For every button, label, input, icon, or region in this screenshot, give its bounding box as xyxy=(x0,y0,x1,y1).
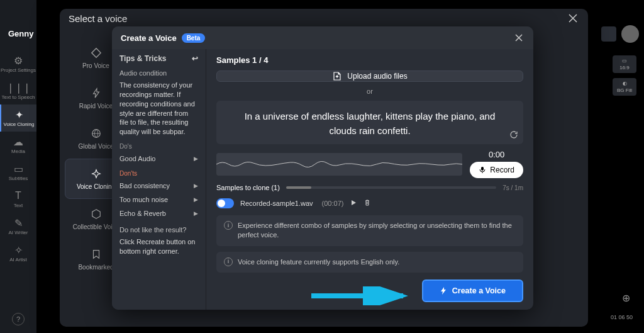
upload-audio-button[interactable]: Upload audio files xyxy=(216,71,523,82)
tip-good-audio[interactable]: Good Audio ▶ xyxy=(119,154,198,164)
info-icon: i xyxy=(224,257,233,266)
main-panel: Samples 1 / 4 Upload audio files or In a… xyxy=(206,49,533,310)
aspect-chip[interactable]: ▭16:9 xyxy=(613,55,636,73)
tts-icon: ❘❘❘ xyxy=(13,82,24,93)
sample-item: Recorded-sample1.wav (00:07) xyxy=(216,197,523,210)
script-text: In a universe of endless laughter, kitte… xyxy=(231,110,508,138)
tips-subtitle: Audio condition xyxy=(119,69,198,77)
mic-icon xyxy=(479,166,486,174)
info-english: i Voice cloning feature currently suppor… xyxy=(216,252,523,273)
dos-label: Do's xyxy=(119,143,198,150)
tips-title: Tips & Tricks xyxy=(119,54,166,63)
text-icon: T xyxy=(13,190,24,201)
tip-too-much-noise[interactable]: Too much noise ▶ xyxy=(119,195,198,205)
tip-bad-consistency[interactable]: Bad consistency ▶ xyxy=(119,181,198,191)
tips-paragraph: The consistency of your recordings matte… xyxy=(119,81,198,137)
svg-rect-1 xyxy=(481,167,484,171)
trash-icon xyxy=(364,199,371,206)
create-voice-modal: Create a Voice Beta Tips & Tricks ↩ Audi… xyxy=(112,26,533,310)
inner-modal-title: Create a Voice xyxy=(121,33,177,43)
timeline-time: 01 06 50 xyxy=(611,314,633,320)
record-timer: 0:00 xyxy=(489,150,504,159)
diamond-icon xyxy=(91,47,102,59)
outer-close-button[interactable] xyxy=(567,12,579,25)
sample-delete-button[interactable] xyxy=(364,199,371,208)
sidebar-item-ai-writer[interactable]: ✎ AI Writer xyxy=(0,213,36,240)
sample-duration: (00:07) xyxy=(322,200,344,207)
export-icon[interactable] xyxy=(601,26,616,42)
chevron-right-icon: ▶ xyxy=(194,183,198,189)
bgfill-chip[interactable]: ◐BG Fill xyxy=(613,78,636,96)
subtitles-icon: ▭ xyxy=(13,163,24,174)
pen-icon: ✎ xyxy=(13,217,24,229)
tips-panel: Tips & Tricks ↩ Audio condition The cons… xyxy=(112,49,206,310)
beta-badge: Beta xyxy=(182,33,206,43)
play-icon xyxy=(350,199,357,206)
inner-close-button[interactable] xyxy=(513,32,525,43)
script-box: In a universe of endless laughter, kitte… xyxy=(216,101,523,144)
info-combo: i Experience different combo of samples … xyxy=(216,215,523,246)
app-logo: Genny xyxy=(8,29,33,38)
bookmark-icon xyxy=(91,249,102,260)
clone-icon: ✦ xyxy=(13,109,25,120)
info-icon: i xyxy=(224,221,233,230)
sidebar-item-ai-artist[interactable]: ✧ AI Artist xyxy=(0,240,36,267)
bolt-icon xyxy=(440,286,447,295)
bolt-icon xyxy=(91,87,102,99)
chevron-right-icon: ▶ xyxy=(194,210,198,217)
sample-name: Recorded-sample1.wav xyxy=(240,200,313,207)
clone-time: 7s / 1m xyxy=(502,184,523,191)
record-button[interactable]: Record xyxy=(470,162,523,178)
tip-echo-reverb[interactable]: Echo & Reverb ▶ xyxy=(119,208,198,218)
outer-modal-title: Select a voice xyxy=(69,13,127,24)
chevron-right-icon: ▶ xyxy=(194,196,198,203)
globe-icon xyxy=(91,128,102,139)
help-button[interactable]: ? xyxy=(12,313,25,325)
sample-play-button[interactable] xyxy=(350,199,357,208)
clone-progress xyxy=(286,186,496,189)
waveform xyxy=(216,153,462,176)
refresh-icon xyxy=(509,130,518,139)
hex-icon xyxy=(91,208,102,220)
zoom-icon[interactable]: ⊕ xyxy=(622,292,630,304)
clone-samples-label: Samples to clone (1) xyxy=(216,184,280,191)
close-icon xyxy=(569,14,577,23)
sidebar-item-voice-cloning[interactable]: ✦ Voice Cloning xyxy=(0,104,36,132)
avatar[interactable] xyxy=(621,25,639,43)
dislike-answer: Click Recreate button on bottom right co… xyxy=(119,237,198,256)
brush-icon: ✧ xyxy=(13,244,24,256)
dislike-question: Do not like the result? xyxy=(119,226,198,234)
close-icon xyxy=(515,34,523,42)
top-right-controls xyxy=(601,25,639,43)
sparkle-icon xyxy=(91,168,102,179)
sidebar-item-text[interactable]: T Text xyxy=(0,186,36,213)
chevron-right-icon: ▶ xyxy=(194,155,198,162)
refresh-script-button[interactable] xyxy=(509,130,518,139)
create-voice-button[interactable]: Create a Voice xyxy=(422,279,523,302)
sample-toggle[interactable] xyxy=(216,198,234,208)
media-icon: ☁ xyxy=(13,136,24,147)
or-divider: or xyxy=(216,87,523,95)
upload-icon xyxy=(332,71,342,81)
samples-title: Samples 1 / 4 xyxy=(216,55,523,65)
app-sidebar: Genny ⚙ Project Settings ❘❘❘ Text to Spe… xyxy=(0,0,36,333)
settings-icon: ⚙ xyxy=(13,55,24,66)
donts-label: Don'ts xyxy=(119,170,198,177)
sidebar-item-text-to-speech[interactable]: ❘❘❘ Text to Speech xyxy=(0,77,36,104)
sidebar-item-media[interactable]: ☁ Media xyxy=(0,132,36,159)
collapse-icon[interactable]: ↩ xyxy=(192,54,198,63)
sidebar-item-project-settings[interactable]: ⚙ Project Settings xyxy=(0,50,36,77)
sidebar-item-subtitles[interactable]: ▭ Subtitles xyxy=(0,159,36,186)
right-chips: ▭16:9 ◐BG Fill xyxy=(613,55,636,96)
